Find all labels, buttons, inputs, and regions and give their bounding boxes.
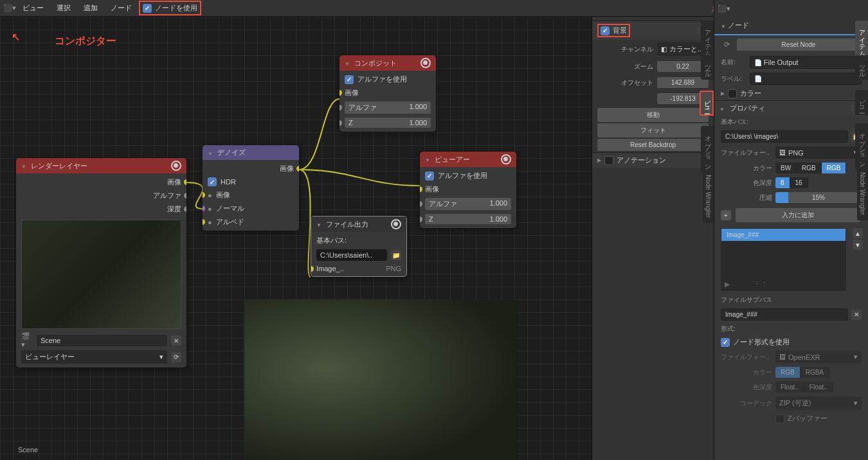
denoise-in-albedo: アルベド	[216, 217, 244, 227]
ntab-options[interactable]: オプション	[701, 126, 714, 172]
fileout-title: ファイル出力	[326, 220, 368, 229]
channel-lbl: チャンネル	[597, 45, 653, 54]
ptab-item[interactable]: アイテム	[855, 21, 868, 59]
subpath-input[interactable]: Image_###	[721, 308, 848, 321]
ptab-tool[interactable]: ツール	[855, 55, 868, 80]
scene-icon[interactable]: 🎬▾	[21, 335, 33, 346]
denoise-title: デノイズ	[217, 148, 246, 157]
name-input[interactable]: 📄 File Output	[750, 56, 862, 69]
compress-lbl: 圧縮	[721, 193, 772, 202]
zbuf-check	[775, 414, 784, 423]
menu-select[interactable]: 選択	[51, 1, 77, 15]
node-render-layers[interactable]: レンダーレイヤー 画像 アルファ 深度 🎬▾Scene✕ ビューレイヤー▾⟳	[16, 158, 186, 367]
menu-view[interactable]: ビュー	[17, 1, 50, 15]
render-preview	[21, 220, 181, 329]
node-denoise[interactable]: デノイズ 画像 HDR ●画像 ●ノーマル ●アルベド	[203, 145, 299, 231]
basepath-input[interactable]: C:\Users\ \images\	[721, 130, 848, 143]
depth-seg[interactable]: 816	[775, 177, 808, 188]
comp-z-slider[interactable]: Z1.000	[345, 118, 431, 128]
ptab-options[interactable]: オプション	[855, 123, 868, 170]
hdr-checkbox[interactable]	[208, 177, 217, 186]
viewer-alpha-check[interactable]	[425, 172, 434, 181]
use-nodes-checkbox[interactable]	[143, 4, 152, 13]
node-composite[interactable]: コンポジット アルファを使用 画像 アルファ1.000 Z1.000	[339, 55, 436, 132]
viewer-alpha-slider[interactable]: アルファ1.000	[425, 198, 511, 210]
depth2-lbl: 色深度	[721, 383, 772, 392]
zoom-lbl: ズーム	[597, 62, 653, 71]
editor-type-icon[interactable]: ⬛▾	[4, 3, 15, 14]
slot-down[interactable]: ▼	[853, 240, 863, 250]
slot-up[interactable]: ▲	[853, 228, 863, 238]
node-panel-title: ノード	[728, 21, 749, 30]
slot-list[interactable]: Image_###▶ ⋮⋮	[721, 228, 846, 291]
denoise-in-image: 画像	[216, 190, 230, 200]
ff2-lbl: ファイルフォー..	[721, 353, 772, 362]
render-layers-title: レンダーレイヤー	[31, 161, 87, 171]
colormode-seg[interactable]: BWRGBRGB	[775, 163, 846, 173]
name-lbl: 名前:	[721, 58, 746, 67]
reset-icon[interactable]: ⟳	[721, 39, 732, 51]
viewer-alpha-lbl: アルファを使用	[438, 171, 487, 181]
ff-lbl: ファイルフォー..	[721, 148, 772, 157]
props-title: プロパティ	[730, 103, 765, 113]
comp-preview-icon[interactable]	[420, 58, 431, 68]
color2-lbl: カラー	[721, 368, 772, 377]
ntab-item[interactable]: アイテム	[701, 21, 714, 59]
ff2-select: 🖼 OpenEXR▾	[775, 351, 862, 363]
fileout-slot: Image_..	[316, 265, 344, 272]
scene-clear[interactable]: ✕	[171, 335, 181, 346]
ntab-tool[interactable]: ツール	[701, 55, 714, 80]
bg-panel-title: 背景	[613, 26, 627, 35]
denoise-out: 画像	[280, 164, 294, 173]
annotation-arrow: ↖	[12, 31, 20, 43]
add-input-label[interactable]: 入力に追加	[736, 208, 860, 222]
out-image: 画像	[167, 177, 181, 187]
slot-item[interactable]: Image_###	[721, 229, 845, 241]
viewer-image: 画像	[425, 184, 439, 194]
viewer-z-slider[interactable]: Z1.000	[425, 214, 511, 224]
offset-lbl: オフセット	[597, 78, 653, 87]
subpath-clear[interactable]: ✕	[851, 310, 862, 320]
fileout-path[interactable]: C:\Users\saien\..	[316, 249, 387, 261]
comp-alpha-slider[interactable]: アルファ1.000	[345, 102, 431, 114]
fileout-browse[interactable]: 📁	[391, 250, 401, 260]
fit-btn[interactable]: フィット	[597, 123, 709, 137]
usenodefmt-check[interactable]	[721, 338, 730, 347]
fileout-fmt: PNG	[386, 265, 401, 272]
ntab-view[interactable]: ビュー	[700, 91, 714, 116]
viewlayer-select[interactable]: ビューレイヤー▾	[21, 350, 167, 364]
reset-backdrop-btn[interactable]: Reset Backdrop	[597, 139, 709, 151]
color-check[interactable]	[728, 89, 737, 98]
comp-alpha-check[interactable]	[345, 75, 354, 84]
menu-node[interactable]: ノード	[105, 1, 138, 15]
ntab-nw[interactable]: Node Wrangler	[703, 170, 714, 223]
props-type-icon[interactable]: ⬛▾	[718, 3, 730, 14]
move-btn[interactable]: 移動	[597, 108, 709, 122]
viewer-title: ビューアー	[435, 155, 470, 164]
preview-icon[interactable]	[171, 161, 181, 171]
scene-status: Scene	[18, 446, 38, 454]
anno-check[interactable]	[604, 156, 613, 165]
node-viewer[interactable]: ビューアー アルファを使用 画像 アルファ1.000 Z1.000	[420, 152, 516, 228]
color-lbl: カラー	[740, 89, 761, 98]
bg-check[interactable]	[601, 26, 610, 35]
fileout-path-lbl: 基本パス:	[316, 236, 347, 245]
composite-title: コンポジット	[354, 58, 397, 68]
render-button[interactable]: ⟳	[171, 352, 181, 362]
scene-select[interactable]: Scene	[37, 335, 167, 346]
compress-slider[interactable]: 15%	[775, 192, 862, 203]
add-input-btn[interactable]: +	[721, 210, 731, 220]
comp-alpha-lbl: アルファを使用	[357, 75, 407, 84]
menu-add[interactable]: 追加	[78, 1, 104, 15]
ptab-nw[interactable]: Node Wrangler	[857, 167, 868, 220]
label-input[interactable]: 📄	[750, 73, 862, 85]
reset-node-btn[interactable]: Reset Node	[737, 39, 860, 51]
label-lbl: ラベル:	[721, 75, 746, 84]
ff-select[interactable]: 🖼 PNG▾	[775, 146, 862, 159]
denoise-in-normal: ノーマル	[216, 204, 244, 213]
node-file-output[interactable]: ファイル出力 基本パス: C:\Users\saien\..📁 Image_..…	[311, 216, 407, 277]
viewer-preview-icon[interactable]	[501, 154, 511, 164]
out-alpha: アルファ	[153, 191, 181, 200]
ptab-view[interactable]: ビュー	[855, 90, 868, 115]
fileout-preview-icon[interactable]	[391, 219, 401, 229]
